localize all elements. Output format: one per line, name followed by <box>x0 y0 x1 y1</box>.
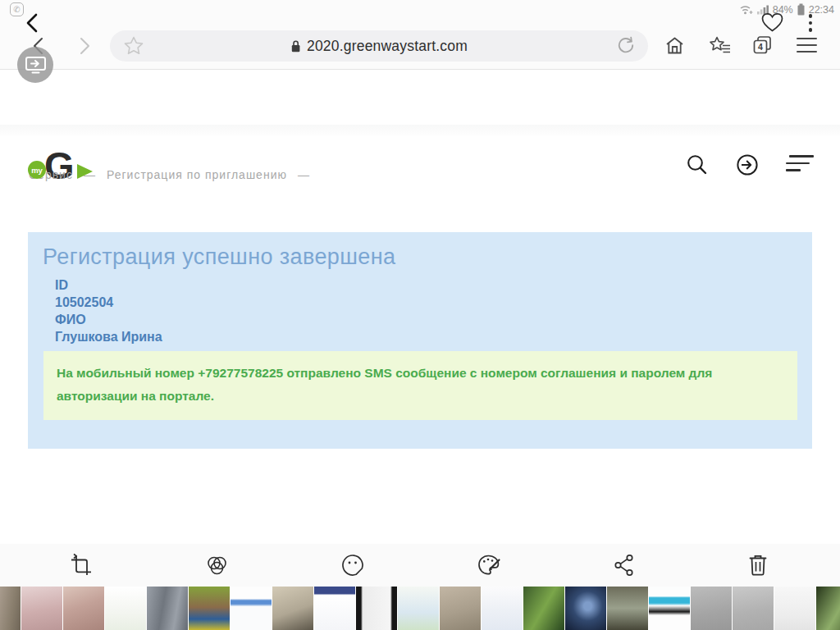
wifi-icon <box>739 4 753 15</box>
draw-button[interactable] <box>477 553 502 578</box>
login-button[interactable] <box>735 153 760 177</box>
thumbnail[interactable] <box>398 587 439 630</box>
filmstrip <box>0 587 840 630</box>
registration-result-box: Регистрация успешно завершена ID 1050250… <box>28 232 812 449</box>
result-fields: ID 10502504 ФИО Глушкова Ирина <box>55 276 812 345</box>
thumbnail[interactable] <box>356 587 397 630</box>
thumbnail[interactable] <box>816 587 840 630</box>
screen: ✆ 84% <box>0 0 840 630</box>
search-icon <box>685 153 709 176</box>
trash-icon <box>746 553 769 578</box>
thumbnail[interactable] <box>482 587 523 630</box>
thumbnail[interactable] <box>523 587 564 630</box>
draw-palette-icon <box>477 553 502 578</box>
thumbnail[interactable] <box>565 587 606 630</box>
breadcrumb-link-registration[interactable]: Регистрация по приглашению <box>107 168 287 181</box>
breadcrumb: Сервис—Регистрация по приглашению— <box>29 168 321 181</box>
more-vertical-icon[interactable] <box>806 14 815 32</box>
thumbnail[interactable] <box>21 587 62 630</box>
smart-view-icon <box>25 55 47 75</box>
share-icon <box>613 553 636 578</box>
header-shadow <box>0 125 840 136</box>
sms-text-prefix: На мобильный номер <box>57 366 198 380</box>
thumbnail[interactable] <box>63 587 104 630</box>
thumbnail[interactable] <box>691 587 732 630</box>
site-header: my G <box>0 71 840 125</box>
share-button[interactable] <box>613 553 636 578</box>
thumbnail[interactable] <box>0 587 21 630</box>
thumbnail[interactable] <box>147 587 188 630</box>
crop-rotate-button[interactable] <box>69 553 94 578</box>
field-id-value: 10502504 <box>55 294 812 311</box>
crop-rotate-icon <box>69 553 94 578</box>
gallery-back-button[interactable] <box>22 12 43 34</box>
sms-notice: На мобильный номер +79277578225 отправле… <box>43 351 797 420</box>
logo-my-badge: my <box>28 161 46 179</box>
field-id-label: ID <box>55 276 812 294</box>
bookmarks-button[interactable] <box>709 34 732 57</box>
browser-forward-button[interactable] <box>74 36 94 56</box>
sms-phone-number: +79277578225 <box>198 366 283 380</box>
reload-icon[interactable] <box>615 35 637 57</box>
login-icon <box>735 153 760 177</box>
field-fio-value: Глушкова Ирина <box>55 328 812 345</box>
url-display[interactable]: 2020.greenwaystart.com <box>110 30 648 62</box>
thumbnail[interactable] <box>733 587 774 630</box>
browser-menu-button[interactable] <box>797 38 817 52</box>
site-menu-button[interactable] <box>786 155 814 176</box>
thumbnail[interactable] <box>189 587 230 630</box>
breadcrumb-separator: — <box>298 168 310 181</box>
thumbnail[interactable] <box>607 587 648 630</box>
gallery-edit-toolbar <box>0 544 840 587</box>
thumbnail[interactable] <box>272 587 313 630</box>
thumbnail[interactable] <box>649 587 690 630</box>
breadcrumb-separator: — <box>84 168 96 181</box>
thumbnail[interactable] <box>105 587 146 630</box>
smart-view-floating-button[interactable] <box>17 47 53 83</box>
delete-button[interactable] <box>746 553 769 578</box>
top-chrome: ✆ 84% <box>0 0 840 70</box>
url-text: 2020.greenwaystart.com <box>307 38 468 55</box>
url-bar[interactable]: 2020.greenwaystart.com <box>110 30 648 62</box>
thumbnail[interactable] <box>440 587 481 630</box>
tabs-button[interactable]: 4 <box>751 34 774 57</box>
status-bar: 84% 22:34 <box>739 3 834 16</box>
filters-button[interactable] <box>204 553 230 578</box>
sticker-icon <box>340 553 365 578</box>
search-button[interactable] <box>685 153 709 176</box>
result-title: Регистрация успешно завершена <box>43 244 812 270</box>
thumbnail[interactable] <box>231 587 272 630</box>
thumbnail[interactable] <box>774 587 815 630</box>
tab-count: 4 <box>755 41 767 53</box>
home-button[interactable] <box>664 34 686 57</box>
field-fio-label: ФИО <box>55 311 812 328</box>
sticker-button[interactable] <box>340 553 365 578</box>
filters-icon <box>204 553 230 578</box>
favorite-heart-icon[interactable] <box>760 11 784 33</box>
lock-icon <box>290 39 301 53</box>
battery-icon <box>797 3 806 16</box>
thumbnail[interactable] <box>314 587 355 630</box>
